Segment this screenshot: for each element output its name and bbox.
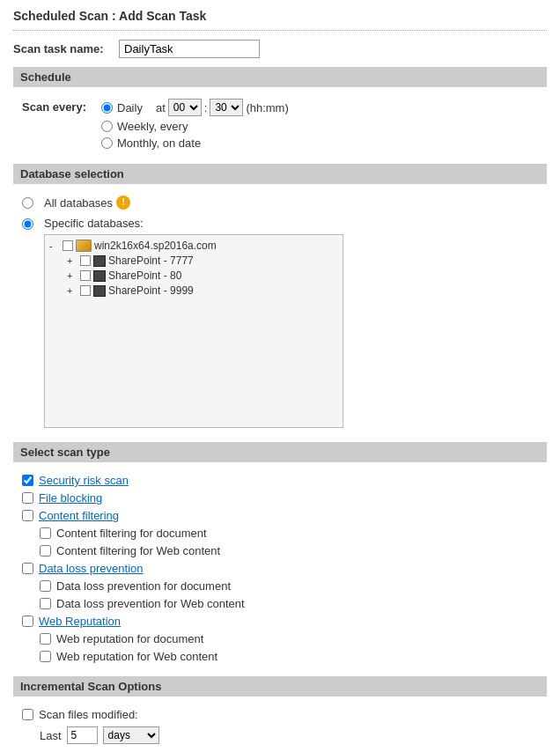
scan-type-row-security-risk: Security risk scan xyxy=(22,474,538,487)
scan-files-modified-checkbox[interactable] xyxy=(22,709,33,720)
tree-node-child-2-label: SharePoint - 9999 xyxy=(108,284,194,297)
all-databases-radio[interactable] xyxy=(22,197,33,209)
scan-type-section-header: Select scan type xyxy=(13,442,547,462)
scan-type-row-web-reputation: Web Reputation xyxy=(22,615,538,628)
tree-checkbox-child-2[interactable] xyxy=(80,285,91,296)
db-icon-0 xyxy=(93,255,106,267)
tree-expander-child-1[interactable]: + xyxy=(67,270,77,281)
database-selection-section: Database selection All databases ! xyxy=(13,164,547,442)
tree-checkbox-child-1[interactable] xyxy=(80,270,91,281)
tree-node-root-label: win2k16x64.sp2016a.com xyxy=(94,240,217,252)
web-reputation-link[interactable]: Web Reputation xyxy=(39,615,121,628)
info-icon[interactable]: ! xyxy=(116,195,130,210)
tree-checkbox-root[interactable] xyxy=(63,240,73,251)
dlp-web-label: Data loss prevention for Web content xyxy=(56,597,245,610)
scan-task-name-label: Scan task name: xyxy=(13,42,119,55)
schedule-monthly-radio[interactable] xyxy=(101,137,113,149)
specific-databases-label: Specific databases: xyxy=(44,217,343,230)
dlp-web-checkbox[interactable] xyxy=(40,598,51,609)
cf-doc-label: Content filtering for document xyxy=(56,527,207,540)
schedule-section-header: Schedule xyxy=(13,67,547,87)
scan-type-row-dlp-doc: Data loss prevention for document xyxy=(40,579,538,593)
content-filtering-link[interactable]: Content filtering xyxy=(39,509,119,522)
scan-files-modified-label: Scan files modified: xyxy=(39,708,138,721)
scan-every-label: Scan every: xyxy=(22,99,101,114)
scan-type-section: Select scan type Security risk scan File… xyxy=(13,442,547,676)
scan-type-row-file-blocking: File blocking xyxy=(22,491,538,505)
scan-type-row-content-filtering: Content filtering xyxy=(22,509,538,522)
db-icon-2 xyxy=(93,285,106,297)
wr-doc-checkbox[interactable] xyxy=(40,633,51,645)
tree-expander-root[interactable]: - xyxy=(49,240,60,251)
scan-task-name-input[interactable] xyxy=(119,40,260,58)
tree-node-child-0: + SharePoint - 7777 xyxy=(67,254,338,267)
security-risk-checkbox[interactable] xyxy=(22,475,33,486)
last-label: Last xyxy=(40,729,62,742)
schedule-daily-radio[interactable] xyxy=(101,102,113,114)
tree-checkbox-child-0[interactable] xyxy=(80,255,91,266)
tree-children: + SharePoint - 7777 + SharePoint - 80 xyxy=(67,254,338,297)
cf-web-label: Content filtering for Web content xyxy=(56,544,220,557)
dlp-doc-label: Data loss prevention for document xyxy=(56,579,231,593)
content-filtering-checkbox[interactable] xyxy=(22,510,33,521)
scan-type-row-cf-doc: Content filtering for document xyxy=(40,527,538,540)
days-input[interactable] xyxy=(67,726,98,744)
file-blocking-checkbox[interactable] xyxy=(22,492,33,504)
file-blocking-link[interactable]: File blocking xyxy=(39,491,102,505)
cf-web-checkbox[interactable] xyxy=(40,545,51,557)
security-risk-link[interactable]: Security risk scan xyxy=(39,474,129,487)
scan-type-row-dlp-web: Data loss prevention for Web content xyxy=(40,597,538,610)
minute-select[interactable]: 00051015 202530 3540455055 xyxy=(210,99,243,116)
scan-type-row-wr-doc: Web reputation for document xyxy=(40,632,538,645)
db-icon-1 xyxy=(93,270,106,282)
all-databases-label: All databases xyxy=(44,196,113,210)
dlp-doc-checkbox[interactable] xyxy=(40,580,51,592)
days-select[interactable]: days weeks months xyxy=(103,726,159,744)
web-reputation-checkbox[interactable] xyxy=(22,616,33,627)
scan-type-row-dlp: Data loss prevention xyxy=(22,562,538,575)
wr-doc-label: Web reputation for document xyxy=(56,632,203,645)
schedule-daily-label: Daily xyxy=(117,101,143,114)
dlp-link[interactable]: Data loss prevention xyxy=(39,562,144,575)
tree-node-child-2: + SharePoint - 9999 xyxy=(67,284,338,297)
tree-node-child-0-label: SharePoint - 7777 xyxy=(108,254,194,267)
dlp-checkbox[interactable] xyxy=(22,563,33,574)
schedule-monthly-label: Monthly, on date xyxy=(117,136,201,150)
tree-node-child-1-label: SharePoint - 80 xyxy=(108,269,181,282)
wr-web-label: Web reputation for Web content xyxy=(56,650,217,663)
page-title: Scheduled Scan : Add Scan Task xyxy=(13,9,547,31)
tree-expander-child-2[interactable]: + xyxy=(67,285,77,296)
tree-node-child-1: + SharePoint - 80 xyxy=(67,269,338,282)
tree-expander-child-0[interactable]: + xyxy=(67,255,77,266)
server-icon xyxy=(76,240,92,252)
scan-type-row-cf-web: Content filtering for Web content xyxy=(40,544,538,557)
schedule-weekly-label: Weekly, every xyxy=(117,120,188,133)
incremental-scan-section-header: Incremental Scan Options xyxy=(13,676,547,697)
at-label: at xyxy=(156,101,166,114)
specific-databases-radio[interactable] xyxy=(22,218,33,230)
wr-web-checkbox[interactable] xyxy=(40,651,51,662)
cf-doc-checkbox[interactable] xyxy=(40,527,51,539)
time-colon: : xyxy=(204,101,208,114)
tree-node-root: - win2k16x64.sp2016a.com xyxy=(49,240,338,252)
scan-type-row-wr-web: Web reputation for Web content xyxy=(40,650,538,663)
incremental-scan-section: Incremental Scan Options Scan files modi… xyxy=(13,676,547,752)
hour-select[interactable]: 00 01020304 05060708 09101112 13141516 1… xyxy=(168,99,202,116)
database-tree: - win2k16x64.sp2016a.com + SharePo xyxy=(44,234,343,428)
time-format-label: (hh:mm) xyxy=(246,101,288,114)
schedule-weekly-radio[interactable] xyxy=(101,121,113,132)
database-section-header: Database selection xyxy=(13,164,547,184)
schedule-section: Schedule Scan every: Daily at 00 xyxy=(13,67,547,164)
